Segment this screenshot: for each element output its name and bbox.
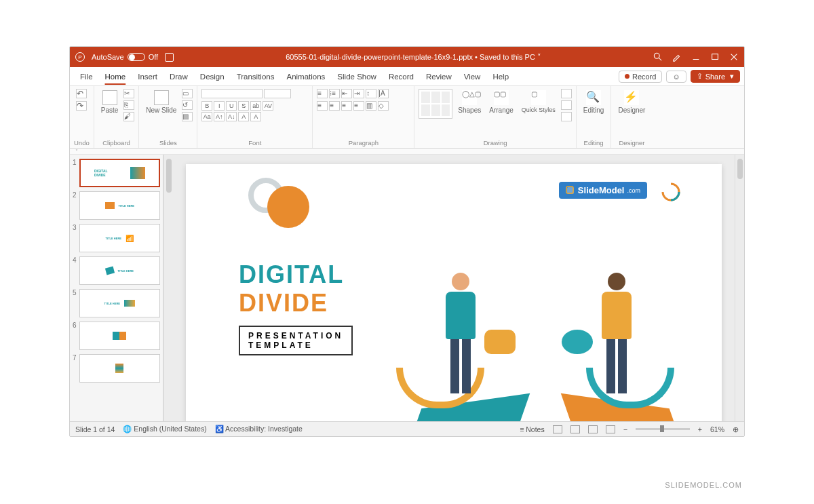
shape-fill-button[interactable] [561,89,572,98]
zoom-in-button[interactable]: + [698,425,702,433]
slide-thumb-5[interactable]: TITLE HERE [79,289,160,317]
spacing-button[interactable]: AV [263,101,273,111]
zoom-out-button[interactable]: − [623,425,627,433]
slideshow-view-button[interactable] [606,425,615,433]
indent-dec-button[interactable]: ⇤ [341,89,352,98]
thumbnail-scrollbar[interactable] [163,155,173,421]
maximize-icon[interactable] [710,52,720,62]
tab-design[interactable]: Design [194,67,231,85]
reading-view-button[interactable] [588,425,598,433]
record-button[interactable]: Record [619,71,662,83]
shape-outline-button[interactable] [561,100,572,110]
justify-button[interactable]: ≡ [353,101,364,111]
save-icon[interactable] [165,53,174,62]
smartart-button[interactable]: ◇ [378,101,389,111]
close-icon[interactable] [729,52,739,62]
powerpoint-window: P AutoSave Off 60555-01-digital-divide-p… [69,46,745,437]
tab-view[interactable]: View [458,67,487,85]
tab-file[interactable]: File [74,67,99,85]
arrange-button[interactable]: ▢▢Arrange [486,89,516,115]
section-button[interactable]: ▤ [182,112,193,121]
shrink-font-button[interactable]: A↓ [226,112,237,121]
autosave-state: Off [149,53,158,61]
new-slide-button[interactable]: New Slide [143,89,179,115]
align-center-button[interactable]: ≡ [329,101,340,111]
new-slide-icon [154,90,169,105]
slide-thumb-6[interactable] [79,322,160,350]
ribbon-label-font: Font [248,139,261,147]
slide-thumb-1[interactable]: DIGITALDIVIDE [79,159,160,187]
shapes-button[interactable]: ◯△▢Shapes [455,89,484,115]
tab-slideshow[interactable]: Slide Show [331,67,383,85]
underline-button[interactable]: U [226,101,237,111]
tab-review[interactable]: Review [420,67,458,85]
notes-button[interactable]: ≡ Notes [520,425,544,433]
reset-button[interactable]: ↺ [182,100,193,110]
tab-insert[interactable]: Insert [132,67,163,85]
ribbon-collapse-button[interactable]: ˅ [70,149,744,155]
minimize-icon[interactable] [691,52,701,62]
italic-button[interactable]: I [214,101,225,111]
ribbon-group-editing: 🔍Editing Editing [577,86,612,148]
fit-to-window-button[interactable]: ⊕ [733,425,739,433]
shadow-button[interactable]: ab [250,101,261,111]
sorter-view-button[interactable] [570,425,580,433]
cut-button[interactable]: ✂ [123,89,134,98]
strikethrough-button[interactable]: S [238,101,249,111]
align-left-button[interactable]: ≡ [317,101,328,111]
editing-button[interactable]: 🔍Editing [581,89,607,115]
tab-animations[interactable]: Animations [280,67,331,85]
shapes-gallery[interactable] [419,89,452,119]
ribbon-group-designer: ⚡Designer Designer [611,86,652,148]
tab-transitions[interactable]: Transitions [231,67,281,85]
thumb-num-1: 1 [73,159,77,187]
columns-button[interactable]: ▥ [366,101,376,111]
comments-button[interactable]: ☺ [666,71,686,83]
canvas-scrollbar[interactable] [735,155,744,421]
accessibility-button[interactable]: ♿ Accessibility: Investigate [215,425,303,433]
align-right-button[interactable]: ≡ [341,101,352,111]
tab-home[interactable]: Home [99,67,132,85]
normal-view-button[interactable] [553,425,562,433]
slide-thumb-7[interactable] [79,354,160,383]
highlight-button[interactable]: A [238,112,249,121]
autosave-control[interactable]: AutoSave Off [92,53,158,61]
arrange-icon: ▢▢ [494,90,509,105]
thumbnail-pane[interactable]: 1DIGITALDIVIDE 2TITLE HERE 3TITLE HERE📶 … [70,155,163,421]
paste-button[interactable]: Paste [98,89,121,115]
slide-thumb-3[interactable]: TITLE HERE📶 [79,224,160,252]
tab-record[interactable]: Record [383,67,420,85]
slide-counter[interactable]: Slide 1 of 14 [75,425,115,433]
designer-button[interactable]: ⚡Designer [615,89,648,115]
layout-button[interactable]: ▭ [182,89,193,98]
font-family-select[interactable] [201,89,263,98]
search-icon[interactable] [653,52,663,62]
shape-effects-button[interactable] [561,112,572,121]
undo-button[interactable]: ↶ [76,89,87,98]
indent-inc-button[interactable]: ⇥ [353,89,364,98]
font-size-select[interactable] [264,89,291,98]
redo-button[interactable]: ↷ [76,101,87,111]
zoom-slider[interactable] [636,428,690,430]
language-button[interactable]: 🌐 English (United States) [123,425,206,433]
share-button[interactable]: ⇪Share▾ [691,70,740,83]
line-spacing-button[interactable]: ↕ [366,89,376,98]
case-button[interactable]: Aa [201,112,212,121]
bullets-button[interactable]: ≡ [317,89,328,98]
quick-styles-button[interactable]: ▢Quick Styles [519,89,558,115]
copy-button[interactable]: ⎘ [123,100,134,110]
bold-button[interactable]: B [201,101,212,111]
tab-draw[interactable]: Draw [163,67,194,85]
slide-canvas[interactable]: SlideModel.com DIGITAL DIVIDE PRESENTATI… [186,164,722,421]
slide-thumb-4[interactable]: TITLE HERE [79,256,160,285]
tab-help[interactable]: Help [486,67,515,85]
grow-font-button[interactable]: A↑ [214,112,225,121]
slide-thumb-2[interactable]: TITLE HERE [79,191,160,220]
numbering-button[interactable]: ⁝≡ [329,89,340,98]
font-color-button[interactable]: A [250,112,261,121]
format-painter-button[interactable]: 🖌 [123,112,134,121]
zoom-level[interactable]: 61% [710,425,724,433]
autosave-toggle[interactable] [128,53,145,61]
pen-icon[interactable] [672,52,682,62]
text-direction-button[interactable]: |A [378,89,389,98]
